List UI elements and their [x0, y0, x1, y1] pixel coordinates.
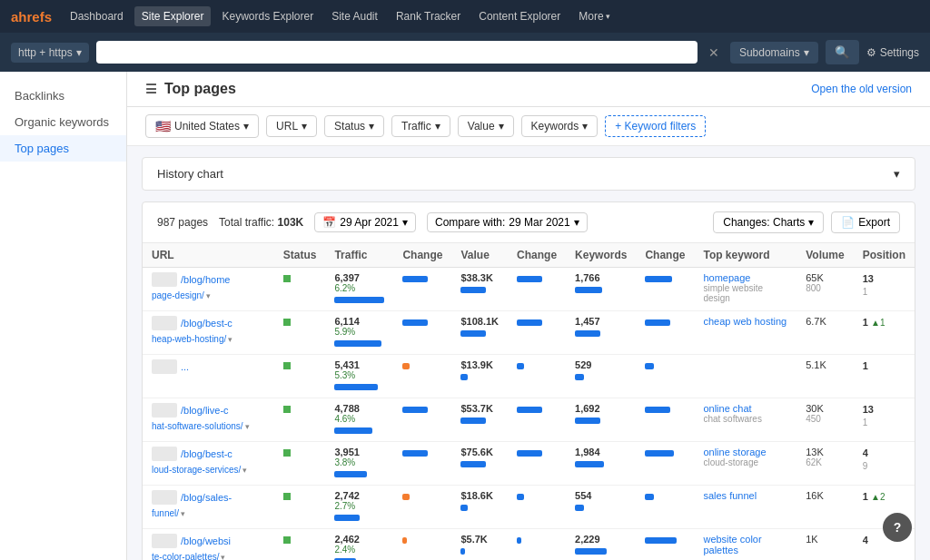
nav-content-explorer[interactable]: Content Explorer [471, 6, 568, 26]
table-toolbar: 987 pages Total traffic: 103K 📅 29 Apr 2… [143, 202, 915, 243]
export-icon: 📄 [841, 216, 855, 229]
cell-change-keywords [636, 268, 694, 311]
chevron-down-icon[interactable]: ▾ [228, 335, 232, 344]
add-keyword-filter[interactable]: + Keyword filters [605, 115, 706, 137]
cell-change-traffic [393, 311, 451, 355]
nav-rank-tracker[interactable]: Rank Tracker [389, 6, 468, 26]
cell-top-keyword: online chat chat softwares [694, 398, 796, 442]
url-path-link[interactable]: /blog/live-c [181, 405, 229, 416]
col-value: Value [451, 243, 508, 268]
cell-volume: 1K [796, 529, 853, 561]
cell-keywords: 529 [566, 355, 636, 398]
cell-keywords: 1,692 [566, 398, 636, 442]
url-path-link[interactable]: /blog/best-c [181, 448, 232, 459]
cell-value: $108.1K [451, 311, 508, 355]
table-row: ... 5,431 5.3% $13.9K 529 5.1K 1 [143, 355, 915, 398]
cell-volume: 5.1K [796, 355, 853, 398]
nav-keywords-explorer[interactable]: Keywords Explorer [214, 6, 321, 26]
url-path-link[interactable]: /blog/websi [181, 535, 231, 546]
cell-keywords: 1,766 [566, 268, 636, 311]
cell-position: 1 [854, 355, 915, 398]
value-filter[interactable]: Value ▾ [458, 115, 514, 137]
url-input[interactable] [96, 41, 698, 64]
cell-value: $13.9K [451, 355, 508, 398]
nav-more[interactable]: More ▾ [571, 6, 617, 26]
nav-dashboard[interactable]: Dashboard [63, 6, 131, 26]
cell-keywords: 2,229 [566, 529, 636, 561]
chevron-down-icon: ▾ [582, 120, 588, 133]
url-filter[interactable]: URL ▾ [266, 115, 317, 137]
cell-url: /blog/home page-design/ ▾ [143, 268, 274, 311]
search-button[interactable]: 🔍 [826, 40, 859, 64]
chevron-down-icon[interactable]: ▾ [245, 422, 250, 431]
help-button[interactable]: ? [883, 513, 912, 542]
sidebar-item-backlinks[interactable]: Backlinks [0, 83, 126, 109]
table-row: /blog/best-c loud-storage-services/ ▾ 3,… [143, 442, 915, 486]
nav-site-audit[interactable]: Site Audit [324, 6, 385, 26]
cell-status [274, 486, 326, 529]
url-path-link[interactable]: /blog/home [181, 274, 230, 285]
url-path-link[interactable]: ... [181, 361, 189, 372]
top-navigation: ahrefs Dashboard Site Explorer Keywords … [0, 0, 930, 33]
cell-change-value [508, 311, 566, 355]
url-bar: http + https ▾ ✕ Subdomains ▾ 🔍 ⚙ Settin… [0, 33, 930, 72]
table-row: /blog/home page-design/ ▾ 6,397 6.2% $38… [143, 268, 915, 311]
cell-value: $53.7K [451, 398, 508, 442]
gear-icon: ⚙ [866, 46, 876, 59]
url-path-link[interactable]: /blog/sales- [181, 492, 232, 503]
cell-status [274, 311, 326, 355]
sidebar-item-top-pages[interactable]: Top pages [0, 135, 126, 162]
col-traffic: Traffic [325, 243, 393, 268]
cell-change-traffic [393, 355, 451, 398]
cell-status [274, 442, 326, 486]
chevron-down-icon[interactable]: ▾ [206, 291, 211, 300]
table-row: /blog/best-c heap-web-hosting/ ▾ 6,114 5… [143, 311, 915, 355]
chevron-down-icon: ▾ [808, 216, 814, 229]
changes-charts-button[interactable]: Changes: Charts ▾ [713, 211, 824, 233]
history-chart-title: History chart [157, 167, 223, 181]
nav-site-explorer[interactable]: Site Explorer [134, 6, 212, 26]
export-button[interactable]: 📄 Export [831, 211, 900, 233]
ahrefs-logo: ahrefs [11, 9, 52, 25]
table-row: /blog/websi te-color-palettes/ ▾ 2,462 2… [143, 529, 915, 561]
cell-traffic: 3,951 3.8% [325, 442, 393, 486]
old-version-link[interactable]: Open the old version [811, 83, 912, 95]
cell-top-keyword: homepage simple website design [694, 268, 796, 311]
history-chart-toggle[interactable]: History chart ▾ [143, 158, 915, 190]
flag-icon: 🇺🇸 [155, 119, 171, 133]
col-keywords: Keywords [566, 243, 636, 268]
cell-change-value [508, 398, 566, 442]
cell-volume: 16K [796, 486, 853, 529]
compare-picker[interactable]: Compare with: 29 Mar 2021 ▾ [427, 212, 588, 232]
cell-top-keyword: online storage cloud-storage [694, 442, 796, 486]
chevron-down-icon: ▾ [369, 120, 374, 133]
chevron-down-icon: ▾ [804, 46, 809, 59]
cell-change-value [508, 268, 566, 311]
keywords-filter[interactable]: Keywords ▾ [521, 115, 599, 137]
clear-button[interactable]: ✕ [705, 45, 723, 60]
col-top-keyword: Top keyword [694, 243, 796, 268]
chevron-down-icon[interactable]: ▾ [242, 466, 247, 475]
chevron-down-icon[interactable]: ▾ [221, 553, 225, 561]
cell-change-keywords [636, 398, 694, 442]
chevron-down-icon: ▾ [402, 216, 408, 229]
protocol-selector[interactable]: http + https ▾ [11, 43, 89, 63]
cell-volume: 30K 450 [796, 398, 853, 442]
sidebar-item-organic-keywords[interactable]: Organic keywords [0, 109, 126, 135]
settings-button[interactable]: ⚙ Settings [866, 46, 919, 59]
date-picker[interactable]: 📅 29 Apr 2021 ▾ [314, 212, 416, 232]
menu-icon[interactable]: ☰ [145, 82, 157, 96]
cell-traffic: 6,114 5.9% [325, 311, 393, 355]
traffic-filter[interactable]: Traffic ▾ [391, 115, 450, 137]
chevron-down-icon[interactable]: ▾ [181, 509, 185, 518]
country-filter[interactable]: 🇺🇸 United States ▾ [145, 114, 259, 138]
cell-change-traffic [393, 268, 451, 311]
calendar-icon: 📅 [322, 216, 336, 229]
status-filter[interactable]: Status ▾ [324, 115, 384, 137]
cell-traffic: 6,397 6.2% [325, 268, 393, 311]
cell-top-keyword [694, 355, 796, 398]
subdomains-selector[interactable]: Subdomains ▾ [730, 42, 818, 64]
cell-change-value [508, 529, 566, 561]
url-path-link[interactable]: /blog/best-c [181, 318, 232, 329]
chevron-down-icon: ▾ [243, 120, 249, 133]
